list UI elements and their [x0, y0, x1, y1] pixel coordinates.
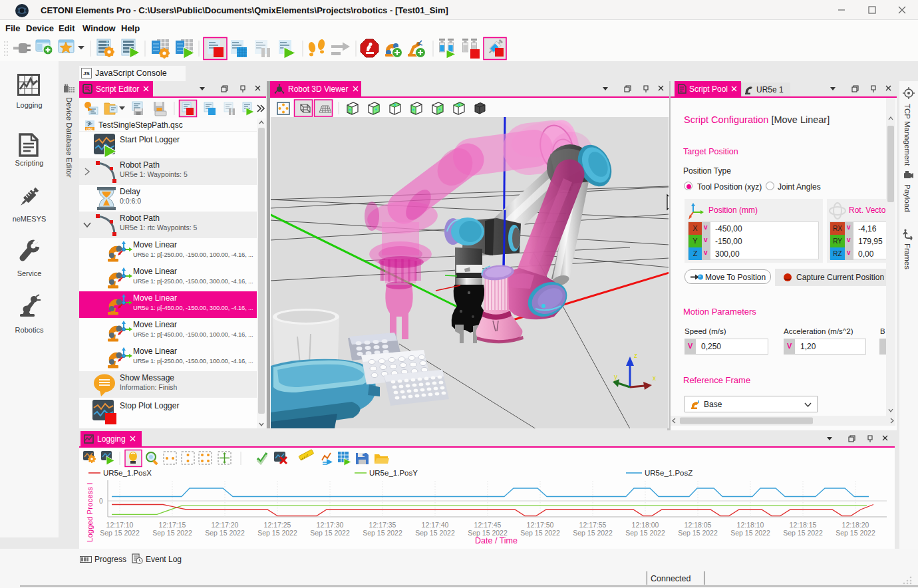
svg-text:12:17:55: 12:17:55	[579, 521, 607, 529]
svg-text:QSC: QSC	[86, 128, 94, 131]
svg-text:UR5e_1.PosY: UR5e_1.PosY	[369, 469, 418, 477]
svg-text:12:17:15: 12:17:15	[159, 521, 186, 529]
svg-text:Sep 15 2022: Sep 15 2022	[310, 529, 350, 537]
svg-text:x: x	[653, 374, 656, 382]
svg-text:y: y	[614, 373, 617, 380]
svg-text:12:18:05: 12:18:05	[685, 521, 712, 529]
svg-text:12:17:35: 12:17:35	[369, 521, 396, 529]
svg-text:Sep 15 2022: Sep 15 2022	[783, 529, 823, 537]
svg-text:Sep 15 2022: Sep 15 2022	[205, 529, 245, 537]
svg-text:Sep 15 2022: Sep 15 2022	[152, 529, 192, 537]
svg-text:12:17:20: 12:17:20	[212, 521, 239, 529]
svg-text:UR5e_1.PosZ: UR5e_1.PosZ	[645, 469, 692, 477]
svg-text:UR5e_1.PosX: UR5e_1.PosX	[103, 469, 152, 477]
svg-text:12:17:30: 12:17:30	[317, 521, 344, 529]
svg-text:12:17:25: 12:17:25	[264, 521, 291, 529]
svg-text:Sep 15 2022: Sep 15 2022	[257, 529, 297, 537]
svg-text:Sep 15 2022: Sep 15 2022	[415, 529, 455, 537]
svg-text:Sep 15 2022: Sep 15 2022	[730, 529, 770, 537]
svg-text:Logged Process I: Logged Process I	[86, 482, 94, 542]
svg-text:12:17:40: 12:17:40	[422, 521, 449, 529]
svg-text:12:17:10: 12:17:10	[106, 521, 134, 529]
svg-text:Sep 15 2022: Sep 15 2022	[678, 529, 718, 537]
svg-text:Sep 15 2022: Sep 15 2022	[520, 529, 560, 537]
svg-text:12:18:10: 12:18:10	[737, 521, 764, 529]
svg-text:12:17:50: 12:17:50	[527, 521, 554, 529]
svg-text:12:18:00: 12:18:00	[632, 521, 659, 529]
svg-text:12:17:45: 12:17:45	[474, 521, 502, 529]
svg-text:Sep 15 2022: Sep 15 2022	[836, 529, 875, 537]
svg-text:0: 0	[99, 498, 103, 505]
svg-text:Date / Time: Date / Time	[475, 536, 518, 545]
svg-text:z: z	[634, 352, 637, 359]
svg-text:Sep 15 2022: Sep 15 2022	[363, 529, 402, 537]
svg-text:12:18:15: 12:18:15	[790, 521, 817, 529]
svg-text:Sep 15 2022: Sep 15 2022	[573, 529, 613, 537]
svg-text:12:18:20: 12:18:20	[842, 521, 869, 529]
svg-text:Sep 15 2022: Sep 15 2022	[625, 529, 665, 537]
svg-text:Sep 15 2022: Sep 15 2022	[100, 529, 140, 537]
